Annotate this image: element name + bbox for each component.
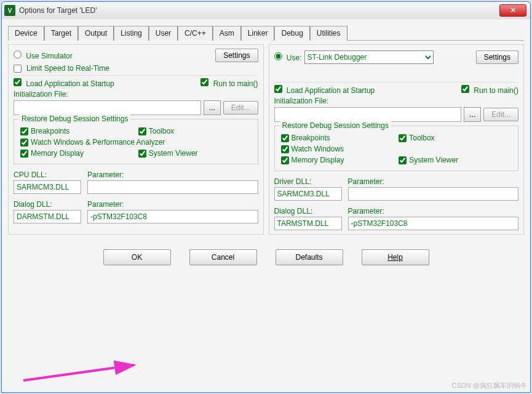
hw-load-app-checkbox[interactable]: Load Application at Startup	[274, 85, 375, 95]
tab-utilities[interactable]: Utilities	[310, 26, 347, 41]
client-area: DeviceTargetOutputListingUserC/C++AsmLin…	[2, 19, 530, 392]
tab-bar: DeviceTargetOutputListingUserC/C++AsmLin…	[8, 25, 524, 41]
svg-line-0	[23, 365, 134, 380]
defaults-button[interactable]: Defaults	[276, 249, 343, 265]
debugger-select[interactable]: ST-Link Debugger	[304, 50, 434, 64]
hw-browse-button[interactable]: ...	[464, 107, 481, 122]
tab-linker[interactable]: Linker	[241, 26, 275, 41]
dialog-footer: OK Cancel Defaults Help	[8, 243, 524, 271]
tab-user[interactable]: User	[149, 26, 178, 41]
tab-debug[interactable]: Debug	[274, 26, 309, 41]
sim-dialog-param-label: Parameter:	[87, 200, 258, 209]
sim-breakpoints-checkbox[interactable]: Breakpoints	[20, 127, 133, 135]
tab-target[interactable]: Target	[44, 26, 78, 41]
sim-dialog-dll-input[interactable]	[14, 210, 81, 223]
tab-listing[interactable]: Listing	[114, 26, 149, 41]
sim-dialog-dll-label: Dialog DLL:	[14, 200, 81, 209]
driver-dll-input[interactable]	[274, 187, 342, 201]
hw-memory-checkbox[interactable]: Memory Display	[281, 156, 394, 164]
sim-sysviewer-checkbox[interactable]: System Viewer	[138, 149, 252, 158]
sim-init-file-input[interactable]	[14, 100, 201, 115]
hw-dialog-param-label: Parameter:	[348, 207, 519, 215]
cpu-param-input[interactable]	[87, 180, 258, 194]
cancel-button[interactable]: Cancel	[189, 249, 257, 265]
ok-button[interactable]: OK	[103, 249, 171, 265]
use-debugger-radio[interactable]: Use:	[274, 52, 302, 62]
hw-run-main-checkbox[interactable]: Run to main()	[461, 85, 518, 95]
cpu-dll-input[interactable]	[14, 180, 81, 194]
titlebar: V Options for Target 'LED' ✕	[2, 2, 530, 19]
driver-dll-label: Driver DLL:	[274, 177, 342, 186]
debug-panels: Use Simulator Settings Limit Speed to Re…	[8, 44, 524, 235]
sim-browse-button[interactable]: ...	[204, 100, 221, 115]
hw-restore-fieldset: Restore Debug Session Settings Breakpoin…	[274, 126, 519, 171]
hw-dialog-dll-label: Dialog DLL:	[274, 207, 342, 215]
sim-restore-legend: Restore Debug Session Settings	[19, 115, 130, 123]
hw-dialog-param-input[interactable]	[348, 217, 519, 230]
hw-dialog-dll-input[interactable]	[274, 217, 342, 230]
close-button[interactable]: ✕	[499, 4, 526, 17]
annotation-arrow-icon	[20, 359, 143, 384]
hw-settings-button[interactable]: Settings	[476, 50, 518, 64]
hardware-panel: Use: ST-Link Debugger Settings Load Appl…	[269, 44, 525, 235]
simulator-panel: Use Simulator Settings Limit Speed to Re…	[8, 44, 264, 235]
sim-dialog-param-input[interactable]	[87, 210, 258, 223]
sim-toolbox-checkbox[interactable]: Toolbox	[138, 127, 252, 135]
driver-param-input[interactable]	[348, 187, 519, 201]
hw-toolbox-checkbox[interactable]: Toolbox	[399, 134, 512, 142]
driver-param-label: Parameter:	[348, 177, 519, 186]
sim-load-app-checkbox[interactable]: Load Application at Startup	[14, 78, 114, 88]
hw-init-file-input[interactable]	[274, 107, 462, 122]
sim-settings-button[interactable]: Settings	[215, 49, 258, 62]
window-title: Options for Target 'LED'	[19, 6, 499, 15]
tab-cc[interactable]: C/C++	[178, 26, 213, 41]
tab-output[interactable]: Output	[78, 26, 114, 41]
hw-init-file-label: Initialization File:	[274, 97, 519, 105]
sim-run-main-checkbox[interactable]: Run to main()	[200, 78, 258, 88]
help-button[interactable]: Help	[362, 249, 429, 265]
hw-breakpoints-checkbox[interactable]: Breakpoints	[281, 134, 394, 142]
sim-restore-fieldset: Restore Debug Session Settings Breakpoin…	[14, 119, 258, 164]
hw-sysviewer-checkbox[interactable]: System Viewer	[399, 156, 512, 164]
hw-restore-legend: Restore Debug Session Settings	[280, 121, 391, 130]
sim-watch-checkbox[interactable]: Watch Windows & Performance Analyzer	[20, 138, 252, 147]
dialog-window: V Options for Target 'LED' ✕ DeviceTarge…	[1, 1, 531, 393]
tab-asm[interactable]: Asm	[213, 26, 241, 41]
limit-speed-checkbox[interactable]: Limit Speed to Real-Time	[14, 64, 258, 73]
sim-init-file-label: Initialization File:	[14, 90, 258, 98]
sim-edit-button[interactable]: Edit...	[223, 101, 258, 115]
sim-memory-checkbox[interactable]: Memory Display	[20, 149, 133, 158]
hw-edit-button[interactable]: Edit...	[483, 108, 518, 121]
cpu-param-label: Parameter:	[87, 171, 258, 179]
tab-device[interactable]: Device	[8, 26, 44, 41]
cpu-dll-label: CPU DLL:	[14, 171, 81, 179]
use-simulator-radio[interactable]: Use Simulator	[14, 50, 73, 60]
hw-watch-checkbox[interactable]: Watch Windows	[281, 145, 394, 153]
app-icon: V	[4, 5, 15, 16]
